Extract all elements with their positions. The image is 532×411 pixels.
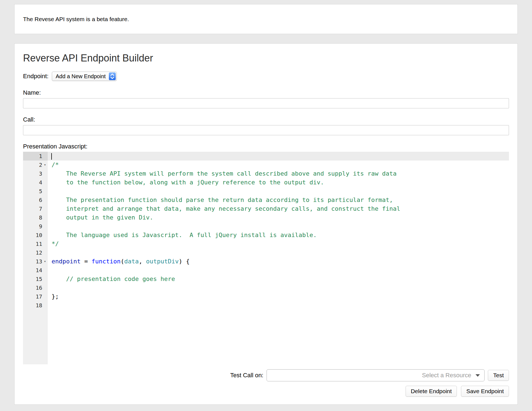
- line-number: 12: [36, 248, 42, 257]
- line-number: 17: [36, 292, 42, 301]
- line-number: 15: [36, 275, 42, 283]
- editor-line[interactable]: 17};: [23, 292, 509, 301]
- gutter-cell: 3: [23, 169, 48, 178]
- fold-arrow-icon[interactable]: ▾: [42, 257, 48, 266]
- gutter-cell: 14: [23, 266, 48, 275]
- code-editor[interactable]: 12▾/*3 The Reverse API system will perfo…: [23, 152, 509, 364]
- presentation-section: Presentation Javascript: 12▾/*3 The Reve…: [23, 143, 509, 364]
- gutter-cell: 12: [23, 248, 48, 257]
- line-number: 16: [36, 283, 42, 292]
- gutter-cell: 17: [23, 292, 48, 301]
- beta-notice-text: The Revese API system is a beta feature.: [23, 16, 129, 22]
- text-cursor: [51, 153, 52, 160]
- gutter-cell: 18: [23, 301, 48, 310]
- gutter-cell: 5: [23, 187, 48, 196]
- code-line-text: [48, 266, 52, 275]
- test-call-label: Test Call on:: [230, 372, 263, 379]
- gutter-cell: 9: [23, 222, 48, 231]
- code-line-text: /*: [48, 161, 59, 169]
- line-number: 7: [39, 204, 42, 213]
- endpoint-label: Endpoint:: [23, 73, 49, 80]
- page: The Revese API system is a beta feature.…: [0, 0, 532, 405]
- code-line-text: // presentation code goes here: [48, 275, 175, 283]
- editor-line[interactable]: 5: [23, 187, 509, 196]
- name-label: Name:: [23, 89, 509, 96]
- call-label: Call:: [23, 116, 509, 123]
- gutter-cell: 16: [23, 283, 48, 292]
- gutter-cell: 10: [23, 231, 48, 240]
- gutter-cell: 2▾: [23, 161, 48, 169]
- editor-line[interactable]: 2▾/*: [23, 161, 509, 169]
- editor-line[interactable]: 10 The language used is Javascript. A fu…: [23, 231, 509, 240]
- action-row: Delete Endpoint Save Endpoint: [23, 386, 509, 397]
- line-number: 5: [39, 187, 42, 196]
- editor-line[interactable]: 18: [23, 301, 509, 310]
- gutter-cell: 4: [23, 178, 48, 187]
- editor-line[interactable]: 4 to the function below, along with a jQ…: [23, 178, 509, 187]
- endpoint-select-value: Add a New Endpoint: [56, 73, 109, 80]
- line-number: 18: [36, 301, 42, 310]
- name-input[interactable]: [23, 98, 509, 108]
- endpoint-select[interactable]: Add a New Endpoint: [52, 72, 117, 81]
- editor-line[interactable]: 3 The Reverse API system will perform th…: [23, 169, 509, 178]
- line-number: 10: [36, 231, 42, 240]
- code-line-text: interpret and arrange that data, make an…: [48, 204, 400, 213]
- delete-endpoint-button[interactable]: Delete Endpoint: [406, 386, 457, 397]
- page-title: Reverse API Endpoint Builder: [23, 52, 509, 64]
- line-number: 11: [36, 240, 42, 248]
- gutter-cell: 7: [23, 204, 48, 213]
- line-number: 9: [39, 222, 42, 231]
- editor-line[interactable]: 1: [23, 152, 509, 161]
- code-line-text: [48, 222, 52, 231]
- editor-line[interactable]: 14: [23, 266, 509, 275]
- fold-arrow-icon[interactable]: ▾: [42, 161, 48, 169]
- gutter-cell: 8: [23, 213, 48, 222]
- line-number: 2: [39, 161, 42, 169]
- endpoint-row: Endpoint: Add a New Endpoint: [23, 72, 509, 81]
- resource-select[interactable]: Select a Resource: [267, 369, 485, 381]
- select-stepper-icon: [109, 72, 116, 80]
- editor-line[interactable]: 13▾endpoint = function(data, outputDiv) …: [23, 257, 509, 266]
- code-line-text: [48, 187, 52, 196]
- code-line-text: endpoint = function(data, outputDiv) {: [48, 257, 189, 266]
- editor-line[interactable]: 6 The presentation function should parse…: [23, 196, 509, 204]
- code-line-text: The Reverse API system will perform the …: [48, 169, 397, 178]
- editor-line[interactable]: 7 interpret and arrange that data, make …: [23, 204, 509, 213]
- code-line-text: The language used is Javascript. A full …: [48, 231, 317, 240]
- line-number: 6: [39, 196, 42, 204]
- chevron-down-icon: [476, 374, 480, 377]
- editor-line[interactable]: 9: [23, 222, 509, 231]
- test-button[interactable]: Test: [488, 370, 509, 381]
- code-line-text: to the function below, along with a jQue…: [48, 178, 324, 187]
- code-line-text: };: [48, 292, 59, 301]
- gutter-cell: 6: [23, 196, 48, 204]
- line-number: 13: [36, 257, 42, 266]
- code-line-text: [48, 152, 52, 161]
- code-line-text: [48, 283, 52, 292]
- call-field: Call:: [23, 116, 509, 135]
- editor-line[interactable]: 12: [23, 248, 509, 257]
- gutter-cell: 13▾: [23, 257, 48, 266]
- code-line-text: */: [48, 240, 59, 248]
- line-number: 3: [39, 169, 42, 178]
- line-number: 14: [36, 266, 42, 275]
- gutter-cell: 15: [23, 275, 48, 283]
- endpoint-builder-panel: Reverse API Endpoint Builder Endpoint: A…: [14, 43, 518, 405]
- line-number: 4: [39, 178, 42, 187]
- beta-notice-box: The Revese API system is a beta feature.: [14, 4, 518, 34]
- code-line-text: output in the given Div.: [48, 213, 153, 222]
- test-call-row: Test Call on: Select a Resource Test: [23, 369, 509, 381]
- line-number: 1: [39, 152, 42, 161]
- code-line-text: [48, 248, 52, 257]
- editor-line[interactable]: 11*/: [23, 240, 509, 248]
- editor-line[interactable]: 8 output in the given Div.: [23, 213, 509, 222]
- call-input[interactable]: [23, 125, 509, 135]
- gutter-cell: 1: [23, 152, 48, 161]
- editor-line[interactable]: 15 // presentation code goes here: [23, 275, 509, 283]
- code-line-text: The presentation function should parse t…: [48, 196, 393, 204]
- line-number: 8: [39, 213, 42, 222]
- editor-line[interactable]: 16: [23, 283, 509, 292]
- save-endpoint-button[interactable]: Save Endpoint: [461, 386, 509, 397]
- resource-placeholder-text: Select a Resource: [422, 372, 471, 379]
- code-line-text: [48, 301, 52, 310]
